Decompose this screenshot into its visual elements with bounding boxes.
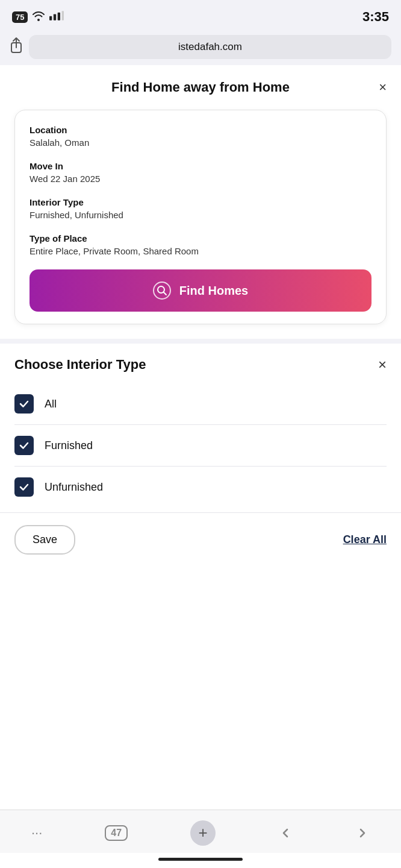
- panel-header: Choose Interior Type ×: [0, 344, 401, 383]
- checkbox-all[interactable]: [14, 394, 34, 414]
- browser-nav: ··· 47 +: [0, 810, 401, 853]
- clear-all-button[interactable]: Clear All: [343, 533, 387, 546]
- forward-nav-button[interactable]: [355, 826, 370, 840]
- status-left: 75: [12, 10, 64, 24]
- new-tab-button[interactable]: +: [190, 820, 216, 846]
- page-title: Find Home away from Home: [111, 80, 290, 95]
- url-text: istedafah.com: [178, 41, 242, 53]
- interior-type-label: Interior Type: [30, 197, 371, 207]
- svg-rect-0: [49, 16, 52, 20]
- browser-url-bar[interactable]: istedafah.com: [29, 35, 391, 59]
- location-value: Salalah, Oman: [30, 137, 371, 148]
- tabs-nav-button[interactable]: 47: [105, 825, 128, 841]
- back-nav-button[interactable]: [278, 826, 293, 840]
- move-in-value: Wed 22 Jan 2025: [30, 174, 371, 184]
- main-content: Find Home away from Home × Location Sala…: [0, 65, 401, 810]
- bottom-action-bar: Save Clear All: [0, 512, 401, 569]
- status-time: 3:35: [362, 9, 389, 25]
- interior-type-value: Furnished, Unfurnished: [30, 210, 371, 220]
- move-in-label: Move In: [30, 161, 371, 171]
- save-button[interactable]: Save: [14, 525, 75, 555]
- find-homes-button[interactable]: Find Homes: [30, 269, 371, 312]
- section-divider: [0, 339, 401, 344]
- search-card: Location Salalah, Oman Move In Wed 22 Ja…: [14, 110, 387, 324]
- home-bar: [158, 858, 243, 861]
- location-label: Location: [30, 125, 371, 135]
- checkbox-furnished[interactable]: [14, 436, 34, 455]
- battery-indicator: 75: [12, 11, 28, 23]
- find-homes-label: Find Homes: [179, 284, 248, 298]
- checkbox-label-furnished: Furnished: [45, 439, 93, 452]
- type-of-place-value: Entire Place, Private Room, Shared Room: [30, 246, 371, 256]
- wifi-icon: [31, 10, 46, 24]
- signal-icon: [49, 10, 64, 24]
- home-indicator: [0, 853, 401, 868]
- tabs-count[interactable]: 47: [105, 825, 128, 841]
- page-header: Find Home away from Home ×: [0, 65, 401, 105]
- type-of-place-field: Type of Place Entire Place, Private Room…: [30, 233, 371, 256]
- svg-rect-3: [62, 11, 64, 20]
- svg-rect-2: [58, 12, 60, 20]
- page-close-button[interactable]: ×: [379, 81, 387, 94]
- checkbox-item-furnished[interactable]: Furnished: [14, 425, 387, 467]
- interior-type-field: Interior Type Furnished, Unfurnished: [30, 197, 371, 220]
- browser-bar: istedafah.com: [0, 31, 401, 65]
- checkbox-item-unfurnished[interactable]: Unfurnished: [14, 467, 387, 508]
- checkbox-unfurnished[interactable]: [14, 477, 34, 497]
- checkbox-item-all[interactable]: All: [14, 383, 387, 425]
- more-nav-button[interactable]: ···: [31, 825, 42, 841]
- location-field: Location Salalah, Oman: [30, 125, 371, 148]
- status-bar: 75 3:35: [0, 0, 401, 31]
- type-of-place-label: Type of Place: [30, 233, 371, 244]
- find-homes-search-icon: [153, 281, 171, 300]
- checkbox-label-all: All: [45, 398, 57, 410]
- share-icon[interactable]: [10, 37, 23, 57]
- move-in-field: Move In Wed 22 Jan 2025: [30, 161, 371, 184]
- interior-panel: Choose Interior Type × All: [0, 344, 401, 569]
- svg-rect-1: [54, 14, 56, 20]
- panel-title: Choose Interior Type: [14, 357, 146, 373]
- checkbox-label-unfurnished: Unfurnished: [45, 481, 103, 494]
- checkbox-list: All Furnished Unfurnished: [0, 383, 401, 508]
- plus-icon[interactable]: +: [190, 820, 216, 846]
- panel-close-button[interactable]: ×: [378, 357, 387, 372]
